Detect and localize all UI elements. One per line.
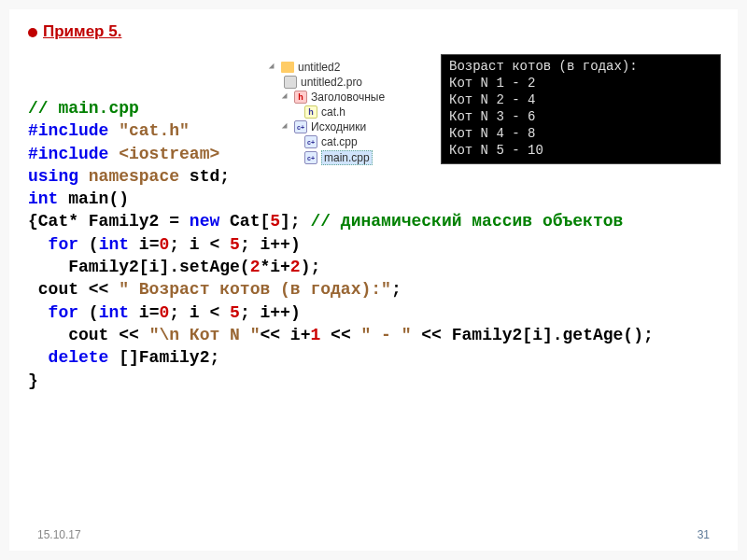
tree-label: cat.cpp	[321, 135, 358, 148]
code-token: i=	[129, 303, 159, 322]
tree-header-file[interactable]: h cat.h	[271, 105, 430, 119]
footer: 15.10.17 31	[37, 528, 710, 541]
code-token: int	[99, 235, 129, 254]
code-token: 0	[159, 303, 169, 322]
code-comment: // динамический массив объектов	[310, 212, 623, 231]
code-string: " - "	[361, 326, 412, 344]
code-token: int	[28, 189, 68, 208]
tree-headers-folder[interactable]: h Заголовочные	[271, 90, 430, 105]
code-line: // main.cpp	[28, 99, 139, 118]
code-string: "\n Кот N "	[149, 326, 261, 344]
code-token: 5	[230, 303, 240, 322]
project-tree: untitled2 untitled2.pro h Заголовочные h…	[271, 60, 430, 166]
tree-cpp-file[interactable]: c+ cat.cpp	[271, 134, 430, 149]
pro-file-icon	[284, 76, 297, 89]
code-token: #include	[28, 121, 119, 140]
code-token: ; i <	[169, 303, 230, 322]
code-token: cout <<	[28, 280, 119, 299]
code-token: i=	[129, 235, 159, 254]
bullet-icon	[28, 28, 37, 37]
h-file-icon: h	[304, 105, 317, 119]
code-token: #include	[28, 145, 119, 163]
code-token: (	[89, 235, 99, 254]
code-token: using	[28, 167, 89, 186]
slide: Пример 5. // main.cpp #include "cat.h" #…	[9, 9, 738, 551]
tree-label: Заголовочные	[311, 91, 385, 104]
code-token: new	[190, 212, 219, 231]
code-token: ; i++)	[240, 303, 301, 322]
code-token: "cat.h"	[119, 121, 190, 140]
code-token: 5	[230, 235, 240, 254]
code-token: delete	[28, 348, 119, 367]
code-token: Cat[	[219, 212, 270, 231]
code-token: *i+	[260, 258, 289, 276]
code-token: cout <<	[28, 326, 149, 344]
code-token: []Family2;	[119, 348, 219, 367]
code-string: " Возраст котов (в годах):"	[119, 280, 391, 299]
code-token: <iostream>	[119, 145, 219, 163]
code-token: << i+	[260, 326, 310, 344]
code-token: {Cat* Family2 =	[28, 212, 190, 231]
tree-sources-folder[interactable]: c+ Исходники	[271, 119, 430, 134]
code-token: ];	[280, 212, 310, 231]
folder-icon	[281, 62, 294, 73]
slide-title: Пример 5.	[28, 22, 719, 41]
code-token: ;	[391, 280, 402, 299]
code-token: 1	[310, 326, 320, 344]
tree-label: Исходники	[311, 120, 366, 133]
code-token: int	[99, 303, 129, 322]
code-token: (	[89, 303, 99, 322]
code-token: 0	[159, 235, 169, 254]
tree-pro-file[interactable]: untitled2.pro	[271, 75, 430, 90]
tree-root[interactable]: untitled2	[271, 60, 430, 75]
source-folder-icon: c+	[294, 120, 307, 133]
code-token: }	[28, 371, 38, 390]
expand-icon	[269, 63, 276, 71]
code-token: for	[28, 303, 89, 322]
code-token: ; i <	[169, 235, 230, 254]
code-token: std;	[179, 167, 230, 186]
code-token: Family2[i].setAge(	[28, 258, 250, 276]
page-number: 31	[698, 528, 710, 541]
tree-label-selected: main.cpp	[321, 150, 373, 165]
code-token: main()	[68, 189, 129, 208]
footer-date: 15.10.17	[37, 528, 81, 541]
tree-label: untitled2	[298, 61, 340, 74]
code-token: namespace	[89, 167, 179, 186]
code-token: <<	[320, 326, 360, 344]
header-folder-icon: h	[294, 91, 307, 104]
code-token: << Family2[i].getAge();	[412, 326, 654, 344]
code-token: ; i++)	[240, 235, 301, 254]
tree-label: untitled2.pro	[301, 76, 362, 89]
code-token: 2	[250, 258, 261, 276]
expand-icon	[282, 93, 289, 101]
cpp-file-icon: c+	[304, 151, 317, 164]
code-token: 5	[270, 212, 280, 231]
code-token: for	[28, 235, 89, 254]
expand-icon	[282, 123, 289, 131]
code-token: 2	[290, 258, 301, 276]
cpp-file-icon: c+	[304, 135, 317, 148]
title-text: Пример 5.	[43, 22, 121, 40]
tree-main-file[interactable]: c+ main.cpp	[271, 149, 430, 166]
code-token: );	[301, 258, 321, 276]
terminal-output: Возраст котов (в годах): Кот N 1 - 2 Кот…	[441, 54, 721, 164]
tree-label: cat.h	[321, 105, 345, 119]
